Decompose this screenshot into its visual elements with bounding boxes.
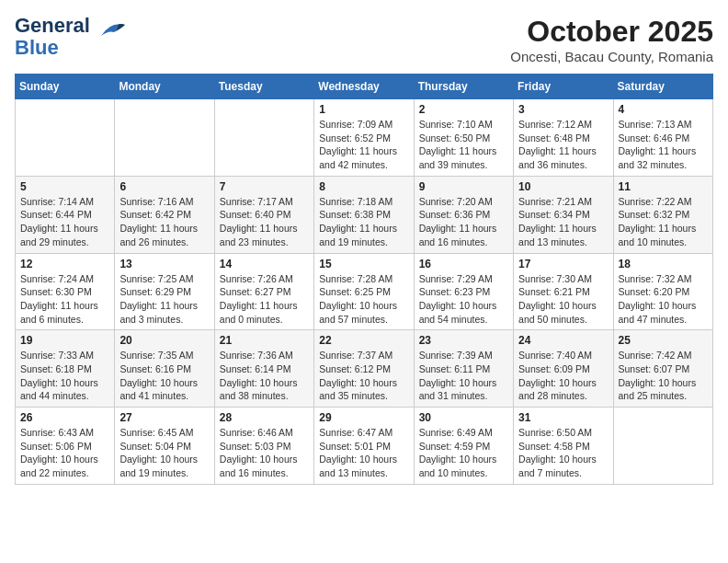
calendar-cell: 2Sunrise: 7:10 AM Sunset: 6:50 PM Daylig…: [414, 99, 513, 177]
day-number: 17: [518, 258, 608, 270]
page-header: General Blue October 2025 Oncesti, Bacau…: [15, 15, 713, 64]
day-number: 15: [319, 258, 408, 270]
day-number: 11: [619, 180, 708, 193]
title-block: October 2025 Oncesti, Bacau County, Roma…: [510, 15, 713, 64]
day-info: Sunrise: 7:21 AM Sunset: 6:34 PM Dayligh…: [518, 195, 608, 249]
day-info: Sunrise: 6:43 AM Sunset: 5:06 PM Dayligh…: [20, 426, 109, 480]
day-number: 24: [518, 334, 608, 347]
calendar-cell: 29Sunrise: 6:47 AM Sunset: 5:01 PM Dayli…: [314, 408, 414, 485]
day-number: 30: [419, 411, 508, 424]
calendar-cell: 26Sunrise: 6:43 AM Sunset: 5:06 PM Dayli…: [16, 408, 115, 485]
day-info: Sunrise: 7:16 AM Sunset: 6:42 PM Dayligh…: [119, 195, 209, 249]
day-info: Sunrise: 7:35 AM Sunset: 6:16 PM Dayligh…: [119, 349, 209, 403]
day-number: 22: [319, 334, 408, 347]
day-info: Sunrise: 7:25 AM Sunset: 6:29 PM Dayligh…: [119, 272, 209, 327]
day-info: Sunrise: 6:49 AM Sunset: 4:59 PM Dayligh…: [419, 426, 508, 480]
day-info: Sunrise: 7:12 AM Sunset: 6:48 PM Dayligh…: [518, 118, 608, 172]
calendar-cell: 17Sunrise: 7:30 AM Sunset: 6:21 PM Dayli…: [514, 253, 613, 330]
day-number: 3: [518, 103, 608, 116]
logo-text: General Blue: [15, 14, 119, 59]
day-number: 27: [119, 411, 209, 424]
calendar-cell: 13Sunrise: 7:25 AM Sunset: 6:29 PM Dayli…: [115, 253, 214, 330]
weekday-header: Wednesday: [314, 75, 414, 99]
day-number: 4: [619, 103, 708, 116]
day-info: Sunrise: 7:24 AM Sunset: 6:30 PM Dayligh…: [20, 272, 109, 327]
day-info: Sunrise: 7:14 AM Sunset: 6:44 PM Dayligh…: [20, 195, 109, 249]
weekday-header: Tuesday: [214, 75, 313, 99]
calendar-cell: 25Sunrise: 7:42 AM Sunset: 6:07 PM Dayli…: [613, 330, 712, 408]
month-title: October 2025: [510, 15, 713, 49]
calendar-week-row: 5Sunrise: 7:14 AM Sunset: 6:44 PM Daylig…: [16, 176, 713, 253]
day-info: Sunrise: 6:47 AM Sunset: 5:01 PM Dayligh…: [319, 426, 408, 480]
calendar-cell: [214, 99, 313, 177]
day-info: Sunrise: 6:45 AM Sunset: 5:04 PM Dayligh…: [119, 426, 209, 480]
day-info: Sunrise: 7:32 AM Sunset: 6:20 PM Dayligh…: [619, 272, 708, 327]
day-info: Sunrise: 7:39 AM Sunset: 6:11 PM Dayligh…: [419, 349, 508, 403]
day-info: Sunrise: 7:26 AM Sunset: 6:27 PM Dayligh…: [220, 272, 309, 327]
day-number: 20: [119, 334, 209, 347]
weekday-header: Saturday: [613, 75, 712, 99]
day-info: Sunrise: 7:29 AM Sunset: 6:23 PM Dayligh…: [419, 272, 508, 327]
calendar-cell: 28Sunrise: 6:46 AM Sunset: 5:03 PM Dayli…: [214, 408, 313, 485]
weekday-header: Thursday: [414, 75, 513, 99]
day-number: 18: [619, 258, 708, 270]
day-number: 9: [419, 180, 508, 193]
day-number: 13: [119, 258, 209, 270]
day-info: Sunrise: 7:28 AM Sunset: 6:25 PM Dayligh…: [319, 272, 408, 327]
day-number: 7: [220, 180, 309, 193]
calendar-cell: 23Sunrise: 7:39 AM Sunset: 6:11 PM Dayli…: [414, 330, 513, 408]
day-number: 5: [20, 180, 109, 193]
day-number: 19: [20, 334, 109, 347]
calendar-week-row: 26Sunrise: 6:43 AM Sunset: 5:06 PM Dayli…: [16, 408, 713, 485]
day-number: 2: [419, 103, 508, 116]
day-info: Sunrise: 7:17 AM Sunset: 6:40 PM Dayligh…: [220, 195, 309, 249]
calendar-cell: 8Sunrise: 7:18 AM Sunset: 6:38 PM Daylig…: [314, 176, 414, 253]
calendar-cell: 19Sunrise: 7:33 AM Sunset: 6:18 PM Dayli…: [16, 330, 115, 408]
day-info: Sunrise: 7:37 AM Sunset: 6:12 PM Dayligh…: [319, 349, 408, 403]
day-number: 31: [518, 411, 608, 424]
day-info: Sunrise: 7:36 AM Sunset: 6:14 PM Dayligh…: [220, 349, 309, 403]
calendar-cell: 1Sunrise: 7:09 AM Sunset: 6:52 PM Daylig…: [314, 99, 414, 177]
calendar-cell: 14Sunrise: 7:26 AM Sunset: 6:27 PM Dayli…: [214, 253, 313, 330]
calendar-week-row: 12Sunrise: 7:24 AM Sunset: 6:30 PM Dayli…: [16, 253, 713, 330]
day-number: 6: [119, 180, 209, 193]
day-info: Sunrise: 7:42 AM Sunset: 6:07 PM Dayligh…: [619, 349, 708, 403]
day-number: 10: [518, 180, 608, 193]
calendar-cell: 5Sunrise: 7:14 AM Sunset: 6:44 PM Daylig…: [16, 176, 115, 253]
calendar-cell: 6Sunrise: 7:16 AM Sunset: 6:42 PM Daylig…: [115, 176, 214, 253]
calendar-cell: 30Sunrise: 6:49 AM Sunset: 4:59 PM Dayli…: [414, 408, 513, 485]
calendar-cell: 31Sunrise: 6:50 AM Sunset: 4:58 PM Dayli…: [514, 408, 613, 485]
day-info: Sunrise: 7:13 AM Sunset: 6:46 PM Dayligh…: [619, 118, 708, 172]
calendar-cell: [115, 99, 214, 177]
day-info: Sunrise: 6:50 AM Sunset: 4:58 PM Dayligh…: [518, 426, 608, 480]
calendar-cell: 20Sunrise: 7:35 AM Sunset: 6:16 PM Dayli…: [115, 330, 214, 408]
calendar-cell: 24Sunrise: 7:40 AM Sunset: 6:09 PM Dayli…: [514, 330, 613, 408]
logo: General Blue: [15, 15, 119, 59]
calendar-cell: [16, 99, 115, 177]
calendar-cell: [613, 408, 712, 485]
location: Oncesti, Bacau County, Romania: [510, 49, 713, 64]
day-number: 25: [619, 334, 708, 347]
calendar-cell: 4Sunrise: 7:13 AM Sunset: 6:46 PM Daylig…: [613, 99, 712, 177]
calendar-cell: 22Sunrise: 7:37 AM Sunset: 6:12 PM Dayli…: [314, 330, 414, 408]
calendar-week-row: 1Sunrise: 7:09 AM Sunset: 6:52 PM Daylig…: [16, 99, 713, 177]
day-number: 21: [220, 334, 309, 347]
calendar-cell: 15Sunrise: 7:28 AM Sunset: 6:25 PM Dayli…: [314, 253, 414, 330]
calendar-cell: 12Sunrise: 7:24 AM Sunset: 6:30 PM Dayli…: [16, 253, 115, 330]
day-number: 29: [319, 411, 408, 424]
weekday-header: Sunday: [16, 75, 115, 99]
calendar-cell: 27Sunrise: 6:45 AM Sunset: 5:04 PM Dayli…: [115, 408, 214, 485]
calendar-cell: 16Sunrise: 7:29 AM Sunset: 6:23 PM Dayli…: [414, 253, 513, 330]
weekday-header: Monday: [115, 75, 214, 99]
day-number: 8: [319, 180, 408, 193]
day-number: 12: [20, 258, 109, 270]
day-number: 28: [220, 411, 309, 424]
calendar-cell: 7Sunrise: 7:17 AM Sunset: 6:40 PM Daylig…: [214, 176, 313, 253]
day-number: 16: [419, 258, 508, 270]
day-number: 14: [220, 258, 309, 270]
calendar-cell: 21Sunrise: 7:36 AM Sunset: 6:14 PM Dayli…: [214, 330, 313, 408]
day-info: Sunrise: 7:40 AM Sunset: 6:09 PM Dayligh…: [518, 349, 608, 403]
day-number: 1: [319, 103, 408, 116]
day-info: Sunrise: 7:20 AM Sunset: 6:36 PM Dayligh…: [419, 195, 508, 249]
day-info: Sunrise: 7:18 AM Sunset: 6:38 PM Dayligh…: [319, 195, 408, 249]
